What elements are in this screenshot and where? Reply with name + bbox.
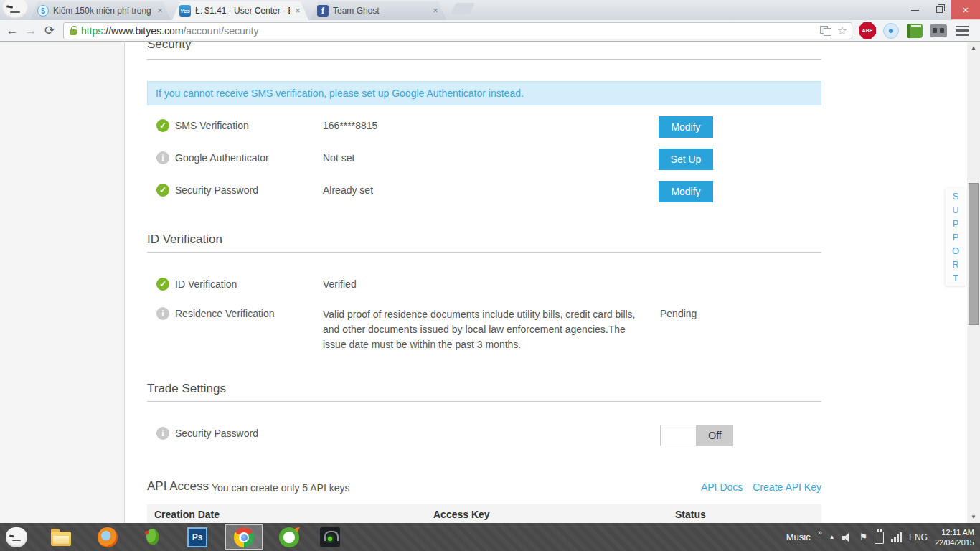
new-tab-button[interactable] (451, 3, 474, 14)
browser-tab-3[interactable]: f Team Ghost (310, 1, 446, 20)
col-access-key: Access Key (433, 509, 490, 520)
mask-glyph (6, 527, 27, 547)
folder-glyph (51, 532, 71, 546)
music-toolbar-label[interactable]: Music (786, 532, 811, 542)
forward-button[interactable]: → (22, 24, 40, 38)
url-scheme: https (81, 25, 103, 37)
ssl-padlock-icon[interactable] (70, 29, 77, 35)
divider (147, 252, 821, 253)
book-glyph (907, 24, 923, 38)
close-icon: × (963, 4, 969, 16)
language-indicator[interactable]: ENG (909, 532, 928, 542)
google-authenticator-setup-button[interactable]: Set Up (659, 149, 713, 170)
restore-icon (936, 6, 943, 13)
chrome-glyph (234, 527, 254, 547)
id-verification-value: Verified (323, 278, 357, 290)
toggle-off-label: Off (697, 425, 733, 446)
url-host: ://www.bityes.com (103, 25, 183, 37)
residence-verification-description: Valid proof of residence documents inclu… (323, 307, 649, 352)
hamburger-icon (956, 26, 969, 36)
address-bar[interactable]: https://www.bityes.com/account/security … (63, 22, 852, 39)
robot-extension-icon[interactable] (930, 22, 947, 39)
scrollbar-thumb[interactable] (969, 183, 979, 325)
taskbar-headset-app-icon[interactable] (319, 527, 341, 548)
security-section-title: Security (147, 42, 191, 52)
minimize-button[interactable] (903, 0, 927, 19)
security-password-toggle[interactable]: Off (660, 425, 733, 446)
scroll-down-arrow-icon[interactable]: ▼ (967, 512, 980, 523)
circle-glyph (883, 23, 899, 39)
anonymous-mask-icon (2, 0, 28, 19)
sms-verification-value: 166****8815 (323, 120, 377, 131)
id-verification-label: ID Verification (175, 278, 237, 290)
info-icon (156, 307, 169, 320)
scroll-up-arrow-icon[interactable]: ▲ (967, 42, 980, 54)
support-tab[interactable]: SUPPORT (946, 188, 966, 286)
chrome-menu-button[interactable] (953, 22, 971, 39)
ps-glyph: Ps (187, 527, 207, 547)
vertical-scrollbar[interactable]: ▲ ▼ (967, 42, 980, 523)
clock[interactable]: 12:11 AM 22/04/2015 (935, 527, 974, 547)
hidden-icons-arrow-icon[interactable]: ▲ (829, 534, 835, 540)
taskbar-parrot-app-icon[interactable] (142, 527, 164, 548)
api-table-header: Creation Date Access Key Status (147, 504, 821, 523)
browser-tab-1[interactable]: $ Kiếm 150k miễn phí trong (30, 1, 171, 20)
banner-text: If you cannot receive SMS verification, … (156, 88, 524, 99)
toggle-knob[interactable] (660, 425, 697, 446)
security-password-modify-button[interactable]: Modify (659, 181, 713, 202)
tab-title: Ł: $1.41 - User Center - Bit (195, 6, 290, 16)
tab-close-icon[interactable] (430, 6, 440, 16)
refresh-button[interactable]: ⟳ (40, 23, 59, 38)
check-icon (156, 184, 169, 197)
taskbar-anonymous-mask-icon[interactable] (6, 527, 27, 548)
toolbar-overflow-chevron-icon[interactable]: » (818, 528, 822, 537)
back-button[interactable]: ← (3, 24, 22, 38)
abp-badge: ABP (859, 22, 876, 39)
taskbar-photoshop-icon[interactable]: Ps (187, 527, 208, 548)
action-center-flag-icon[interactable]: ⚑ (859, 532, 868, 542)
url-text[interactable]: https://www.bityes.com/account/security (81, 25, 820, 37)
api-access-section-title: API Access (147, 479, 209, 494)
google-authenticator-label: Google Authenticator (175, 152, 269, 164)
taskbar-chrome-icon[interactable] (233, 527, 255, 548)
info-icon (156, 151, 169, 164)
adblock-extension-icon[interactable]: ABP (859, 22, 876, 39)
taskbar-firefox-icon[interactable] (97, 527, 118, 548)
tab-title: Kiếm 150k miễn phí trong (53, 6, 152, 16)
tab-close-icon[interactable] (293, 6, 303, 16)
browser-tab-strip: $ Kiếm 150k miễn phí trong Yes Ł: $1.41 … (0, 0, 980, 20)
bookmark-star-icon[interactable]: ☆ (837, 25, 847, 37)
volume-icon[interactable] (842, 533, 852, 542)
robot-glyph (930, 24, 947, 37)
browser-tab-2-active[interactable]: Yes Ł: $1.41 - User Center - Bit (172, 1, 308, 20)
api-docs-link[interactable]: API Docs (701, 481, 743, 493)
headset-glyph (320, 527, 340, 547)
sms-modify-button[interactable]: Modify (659, 116, 713, 138)
close-button[interactable]: × (951, 0, 980, 19)
left-sidebar (0, 42, 125, 523)
google-authenticator-value: Not set (323, 152, 354, 164)
support-tab-label: SUPPORT (952, 189, 960, 285)
col-status: Status (675, 509, 706, 520)
taskbar-coccoc-icon[interactable] (278, 527, 300, 548)
restore-button[interactable] (927, 0, 951, 19)
taskbar-file-explorer-icon[interactable] (50, 527, 72, 548)
page-content: Security If you cannot receive SMS verif… (0, 42, 967, 523)
info-icon (156, 427, 169, 440)
create-api-key-link[interactable]: Create API Key (753, 481, 821, 493)
tab-close-icon[interactable] (155, 6, 165, 16)
sms-verification-label: SMS Verification (175, 120, 249, 131)
residence-verification-status: Pending (660, 308, 697, 319)
security-password-label: Security Password (175, 184, 258, 196)
residence-verification-label: Residence Verification (175, 308, 275, 319)
check-icon (156, 278, 169, 291)
url-path: /account/security (183, 25, 258, 37)
dictionary-extension-icon[interactable] (906, 22, 923, 39)
sms-info-banner: If you cannot receive SMS verification, … (147, 81, 821, 105)
translate-icon[interactable] (820, 26, 831, 36)
power-battery-icon[interactable] (875, 532, 884, 544)
trade-settings-section-title: Trade Settings (147, 382, 226, 396)
blue-circle-extension-icon[interactable] (882, 22, 900, 39)
network-signal-icon[interactable] (891, 532, 902, 542)
check-icon (156, 119, 169, 132)
